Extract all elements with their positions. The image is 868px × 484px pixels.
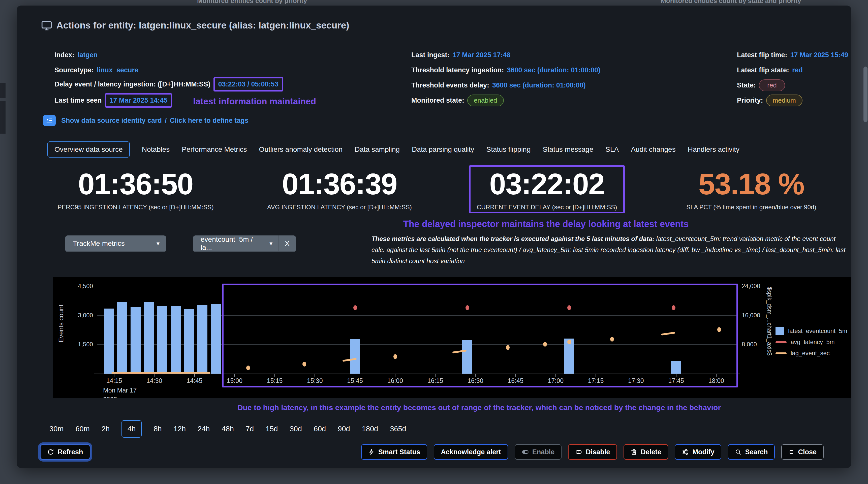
close-icon[interactable]: ✕ bbox=[847, 20, 851, 35]
tab-data-parsing-quality[interactable]: Data parsing quality bbox=[412, 146, 474, 153]
toggle-icon bbox=[575, 449, 582, 455]
delete-label: Delete bbox=[641, 448, 661, 456]
entity-metrics-chart[interactable]: Events count $splk_dsm_...chart1_axis$ l… bbox=[53, 277, 851, 398]
info-threshold-events-delay-value: 3600 sec (duration: 01:00:00) bbox=[492, 82, 586, 89]
disable-button[interactable]: Disable bbox=[568, 444, 617, 460]
current-event-delay-annotation-box bbox=[469, 165, 625, 213]
legend-swatch-line bbox=[775, 353, 786, 354]
range-7d[interactable]: 7d bbox=[246, 425, 254, 433]
range-8h[interactable]: 8h bbox=[154, 425, 161, 433]
info-last-ingest: Last ingest: 17 Mar 2025 17:48 bbox=[411, 48, 510, 62]
chart-bar bbox=[211, 304, 221, 373]
y-axis-left-tick: 4,500 bbox=[63, 282, 93, 290]
modify-button[interactable]: Modify bbox=[675, 444, 721, 460]
info-monitored-state-label: Monitored state: bbox=[411, 96, 464, 104]
y-axis-right-tick: 16,000 bbox=[742, 312, 772, 319]
tab-overview-data-source[interactable]: Overview data source bbox=[48, 142, 130, 157]
info-delay-latency-value: 03:22:03 / 05:00:53 bbox=[218, 81, 279, 88]
range-24h[interactable]: 24h bbox=[197, 425, 210, 433]
footer-divider bbox=[17, 440, 851, 440]
clear-series-button[interactable]: X bbox=[279, 236, 296, 251]
state-badge: red bbox=[759, 80, 785, 91]
range-365d[interactable]: 365d bbox=[390, 425, 406, 433]
identity-card-icon[interactable] bbox=[43, 115, 56, 126]
tab-status-message[interactable]: Status message bbox=[542, 146, 593, 153]
disable-label: Disable bbox=[586, 448, 610, 456]
info-latest-flip-time: Latest flip time: 17 Mar 2025 15:49 bbox=[737, 48, 848, 62]
info-priority: Priority: medium bbox=[737, 93, 803, 108]
define-tags-link[interactable]: Click here to define tags bbox=[170, 117, 248, 124]
search-button[interactable]: Search bbox=[728, 444, 775, 460]
entity-actions-modal: Actions for entity: latgen:linux_secure … bbox=[17, 5, 851, 468]
tab-performance-metrics[interactable]: Performance Metrics bbox=[182, 146, 247, 153]
legend-item-avg-latency: avg_latency_5m bbox=[775, 338, 847, 346]
range-48h[interactable]: 48h bbox=[221, 425, 234, 433]
range-12h[interactable]: 12h bbox=[174, 425, 186, 433]
lightning-icon bbox=[368, 449, 375, 455]
tab-bar: Overview data source Notables Performanc… bbox=[48, 141, 740, 158]
info-sourcetype-label: Sourcetype: bbox=[55, 66, 94, 74]
close-button[interactable]: Close bbox=[781, 444, 824, 460]
chevron-down-icon: ▾ bbox=[270, 240, 273, 247]
info-sourcetype-value[interactable]: linux_secure bbox=[97, 66, 138, 74]
show-identity-card-link[interactable]: Show data source identity card bbox=[61, 117, 162, 124]
range-4h[interactable]: 4h bbox=[122, 420, 142, 437]
metrics-type-select[interactable]: TrackMe metrics ▾ bbox=[65, 236, 166, 252]
monitor-icon bbox=[41, 20, 53, 32]
enable-button[interactable]: Enable bbox=[515, 444, 562, 460]
tab-audit-changes[interactable]: Audit changes bbox=[631, 146, 676, 153]
smart-status-button[interactable]: Smart Status bbox=[361, 444, 428, 460]
time-range-bar: 30m 60m 2h 4h 8h 12h 24h 48h 7d 15d 30d … bbox=[50, 420, 406, 438]
tab-notables[interactable]: Notables bbox=[142, 146, 170, 153]
info-threshold-events-delay: Threshold events delay: 3600 sec (durati… bbox=[411, 78, 586, 92]
modify-label: Modify bbox=[692, 448, 714, 456]
delete-button[interactable]: Delete bbox=[623, 444, 668, 460]
info-latest-flip-state: Latest flip state: red bbox=[737, 63, 803, 77]
info-index-value[interactable]: latgen bbox=[78, 51, 98, 59]
tab-handlers-activity[interactable]: Handlers activity bbox=[688, 146, 740, 153]
legend-swatch-bar bbox=[775, 327, 784, 335]
tab-status-flipping[interactable]: Status flipping bbox=[487, 146, 531, 153]
search-label: Search bbox=[745, 448, 768, 456]
info-sourcetype: Sourcetype: linux_secure bbox=[55, 63, 138, 77]
y-axis-left-title: Events count bbox=[57, 304, 65, 342]
screen: Monitored entities count by priority Mon… bbox=[0, 0, 868, 484]
legend-swatch-line bbox=[775, 341, 786, 343]
info-state: State: red bbox=[737, 78, 785, 92]
tab-data-sampling[interactable]: Data sampling bbox=[354, 146, 400, 153]
tab-outliers-anomaly-detection[interactable]: Outliers anomaly detection bbox=[259, 146, 343, 153]
acknowledge-alert-label: Acknowledge alert bbox=[441, 448, 501, 456]
x-axis-year-label: 2025 bbox=[103, 396, 117, 398]
x-axis-tick-label: 14:15 bbox=[99, 377, 129, 385]
range-180d[interactable]: 180d bbox=[362, 425, 378, 433]
range-90d[interactable]: 90d bbox=[338, 425, 350, 433]
range-60d[interactable]: 60d bbox=[314, 425, 326, 433]
legend-label: lag_event_sec bbox=[790, 350, 830, 357]
range-60m[interactable]: 60m bbox=[75, 425, 90, 433]
range-30d[interactable]: 30d bbox=[289, 425, 302, 433]
series-select[interactable]: eventcount_5m / la... ▾ X bbox=[193, 236, 296, 252]
legend-label: latest_eventcount_5m bbox=[788, 328, 847, 334]
refresh-button[interactable]: Refresh bbox=[40, 444, 91, 460]
modal-title: Actions for entity: latgen:linux_secure … bbox=[57, 20, 349, 31]
series-select-main[interactable]: eventcount_5m / la... ▾ bbox=[193, 236, 278, 251]
acknowledge-alert-button[interactable]: Acknowledge alert bbox=[434, 444, 508, 460]
chevron-down-icon: ▾ bbox=[156, 240, 159, 247]
page-scrollbar[interactable] bbox=[864, 66, 868, 122]
info-last-ingest-label: Last ingest: bbox=[411, 51, 450, 59]
info-index-label: Index: bbox=[55, 51, 74, 59]
metrics-calculation-note: These metrics are calculated when the tr… bbox=[372, 233, 850, 267]
chart-bar bbox=[104, 308, 114, 373]
priority-badge: medium bbox=[766, 94, 803, 107]
range-30m[interactable]: 30m bbox=[50, 425, 63, 433]
refresh-button-label: Refresh bbox=[58, 448, 83, 456]
info-state-label: State: bbox=[737, 82, 756, 89]
tab-sla[interactable]: SLA bbox=[606, 146, 619, 153]
sliders-icon bbox=[682, 449, 689, 455]
info-index: Index: latgen bbox=[55, 48, 97, 62]
chart-bar bbox=[170, 306, 181, 373]
range-2h[interactable]: 2h bbox=[101, 425, 110, 433]
range-15d[interactable]: 15d bbox=[266, 425, 278, 433]
x-axis-tickmark bbox=[154, 374, 155, 376]
smart-status-label: Smart Status bbox=[378, 448, 421, 456]
